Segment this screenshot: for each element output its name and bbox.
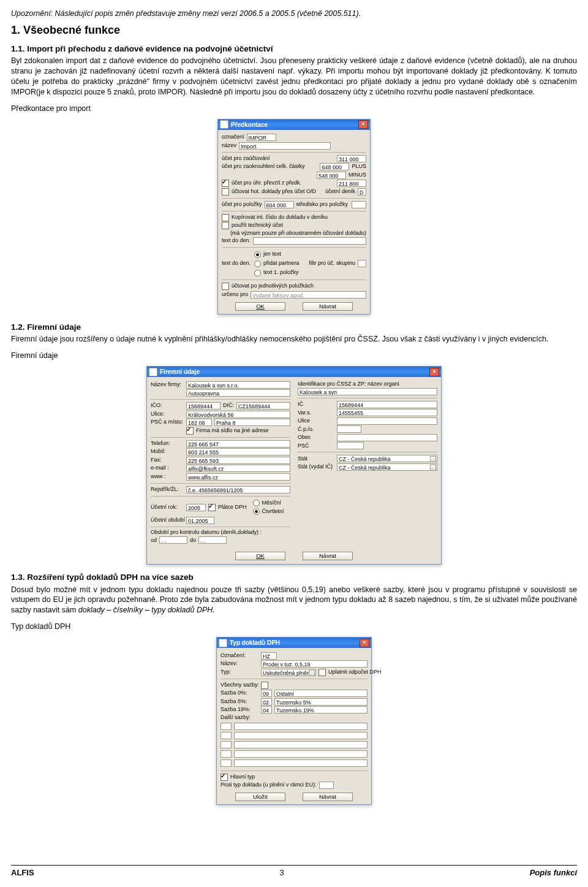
input-dal-5c[interactable] — [221, 759, 232, 767]
input-www[interactable]: www.alfis.cz — [186, 473, 290, 481]
ulozit-button[interactable]: Uložit — [235, 793, 285, 801]
lbl-platce: Plátce DPH — [218, 504, 247, 511]
lbl-stredisko: středisko pro položky — [296, 202, 349, 208]
input-cp[interactable] — [337, 425, 361, 433]
input-ic[interactable]: 15689444 — [337, 401, 437, 408]
input-dal-2c[interactable] — [221, 732, 232, 739]
input-textden[interactable] — [253, 237, 366, 245]
input-uobd[interactable]: 01.2005 — [186, 517, 214, 524]
input-dal-3t[interactable] — [234, 741, 368, 748]
input-naz[interactable]: Prodej v tuz. 0,5,19 — [261, 660, 368, 668]
chk-uctpol[interactable] — [222, 283, 229, 290]
lbl-od: od — [151, 538, 157, 544]
chk-tech[interactable] — [222, 222, 229, 229]
para-1-3: Dosud bylo možné mít v jednom typu dokla… — [11, 585, 577, 616]
rad-jentext[interactable] — [254, 251, 261, 258]
caption-typ-dokladu: Typ dokladů DPH — [11, 622, 577, 632]
rad-mesicni[interactable] — [253, 500, 260, 506]
input-mesto[interactable]: Praha 8 — [214, 419, 290, 426]
input-ucet-zauc[interactable]: 311 000 — [337, 155, 366, 162]
input-email[interactable]: alfis@fksoft.cz — [186, 465, 290, 472]
rad-text1[interactable] — [254, 270, 261, 276]
input-dal-1c[interactable] — [221, 723, 232, 730]
select-stat[interactable]: CZ - Česká republika — [337, 455, 437, 462]
ok-button[interactable]: OK — [235, 552, 285, 560]
input-s5[interactable]: 02 — [261, 698, 272, 706]
input-s0[interactable]: 09 — [261, 690, 272, 697]
heading-1-2: 1.2. Firemní údaje — [11, 322, 577, 333]
input-dal-2t[interactable] — [234, 732, 368, 739]
titlebar[interactable]: Předkontace × — [218, 120, 370, 130]
input-ucet-uhr[interactable]: 211 800 — [337, 180, 366, 187]
navrat-button[interactable]: Návrat — [303, 552, 353, 560]
chk-uplatnit[interactable] — [318, 669, 326, 676]
input-tel[interactable]: 225 665 547 — [186, 440, 290, 447]
ok-button[interactable]: OK — [235, 302, 285, 311]
chk-hlavni[interactable] — [221, 774, 228, 781]
lbl-uctpol: účtovat po jednotlivých položkách — [232, 283, 314, 289]
rad-ctvrt[interactable] — [253, 508, 260, 515]
input-rej[interactable]: č.e. 4565656891/1205 — [186, 486, 290, 493]
input-pscR[interactable] — [337, 442, 364, 449]
input-proti[interactable] — [319, 782, 334, 789]
input-obec[interactable] — [337, 434, 437, 441]
lbl-vars: Var.s. — [298, 410, 334, 416]
input-stredisko[interactable] — [352, 201, 366, 208]
input-do[interactable]: . . — [198, 536, 227, 544]
chk-ucet-uhr[interactable] — [222, 180, 229, 187]
input-dal-5t[interactable] — [234, 759, 368, 767]
chk-hot-od[interactable] — [222, 188, 229, 196]
input-dal-1t[interactable] — [234, 723, 368, 730]
lbl-jentext: jen text — [263, 251, 281, 257]
lbl-kopirovat: Kopírovat int. číslo do dokladu v deníku — [232, 215, 328, 221]
select-typ[interactable]: Uskutečněná plněn — [261, 669, 316, 676]
chk-kopirovat[interactable] — [222, 214, 229, 221]
close-icon[interactable]: × — [358, 120, 368, 129]
navrat-button[interactable]: Návrat — [303, 302, 353, 311]
input-ucet-pol[interactable]: 604 000 — [265, 201, 294, 208]
navrat-button[interactable]: Návrat — [303, 793, 353, 801]
input-filtr[interactable] — [358, 260, 366, 267]
input-dal-4t[interactable] — [234, 750, 368, 758]
footer-page-number: 3 — [34, 867, 530, 878]
input-s5t[interactable]: Tuzemsko 5% — [274, 698, 368, 706]
close-icon[interactable]: × — [360, 639, 369, 647]
chk-platce[interactable] — [208, 504, 216, 511]
input-s19t[interactable]: Tuzemsko 19% — [274, 706, 368, 714]
input-oznaceni[interactable]: IMPOR — [247, 134, 276, 141]
dialog-title: Předkontace — [231, 121, 268, 128]
input-dic[interactable]: CZ15689444 — [236, 402, 290, 409]
input-ulice[interactable]: Královodvorská 56 — [186, 411, 290, 418]
input-dal-4c[interactable] — [221, 750, 232, 758]
input-s19[interactable]: 04 — [261, 706, 272, 714]
input-nazevfirmy2[interactable]: Autoopravna — [186, 389, 290, 397]
input-ident[interactable]: Kalousek a syn — [298, 388, 437, 395]
chk-vsech[interactable] — [261, 682, 268, 689]
input-ico[interactable]: 15689444 — [186, 402, 221, 409]
input-mobil[interactable]: 603 214 555 — [186, 448, 290, 455]
input-s0t[interactable]: Ostatní — [274, 690, 368, 697]
input-vars[interactable]: 14555455 — [337, 409, 437, 416]
lbl-email: e-mail : — [151, 465, 184, 471]
input-ozn[interactable]: HZ — [261, 652, 277, 660]
input-psc[interactable]: 182 08 — [186, 419, 212, 426]
lbl-uliceR: Ulice — [298, 418, 334, 424]
input-nazev[interactable]: Import — [239, 142, 331, 150]
rad-pridat[interactable] — [254, 261, 261, 267]
chk-sidlo[interactable] — [186, 427, 194, 435]
input-zaokr-minus[interactable]: 548 000 — [317, 172, 346, 179]
lbl-ic: IČ — [298, 402, 334, 408]
input-zaokr-plus[interactable]: 648 000 — [320, 163, 349, 170]
input-uc-denik[interactable]: D — [358, 188, 366, 196]
select-statv[interactable]: CZ - Česká republika — [337, 463, 437, 471]
input-fax[interactable]: 225 665 593 — [186, 457, 290, 464]
input-od[interactable]: . . — [159, 536, 187, 544]
input-nazevfirmy[interactable]: Kalousek a syn s.r.o. — [186, 381, 290, 389]
input-uliceR[interactable] — [337, 417, 437, 425]
titlebar[interactable]: Firemní údaje × — [147, 367, 441, 377]
close-icon[interactable]: × — [429, 368, 439, 376]
titlebar[interactable]: Typ dokladů DPH × — [217, 638, 371, 648]
input-urok[interactable]: 2005 — [186, 504, 206, 511]
lbl-mobil: Mobil: — [151, 449, 184, 455]
input-dal-3c[interactable] — [221, 741, 232, 748]
